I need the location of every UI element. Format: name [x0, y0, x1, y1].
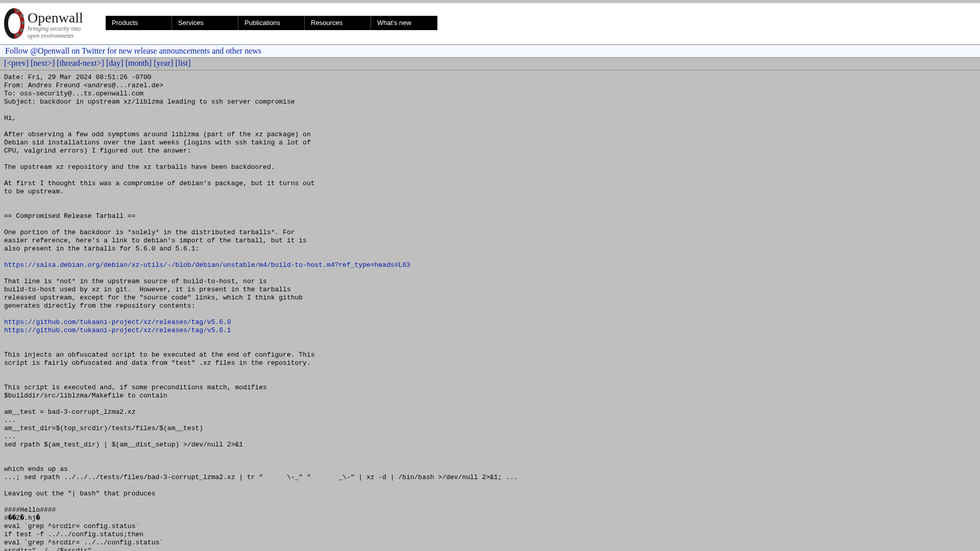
openwall-logo[interactable]: Openwall bringing security into open env…: [3, 5, 99, 43]
link-github-561[interactable]: https://github.com/tukaani-project/xz/re…: [4, 327, 231, 334]
email-message: Date: Fri, 29 Mar 2024 08:51:26 -0700 Fr…: [0, 70, 980, 551]
svg-rect-2: [21, 21, 24, 24]
nav-whats-new[interactable]: What's new: [371, 16, 437, 30]
nav-services[interactable]: Services: [172, 16, 238, 30]
nav-prev[interactable]: [<prev]: [4, 59, 29, 67]
link-github-560[interactable]: https://github.com/tukaani-project/xz/re…: [4, 318, 231, 326]
logo-wordmark: Openwall: [28, 10, 83, 26]
nav-thread-next[interactable]: [thread-next>]: [57, 59, 104, 67]
email-headers: Date: Fri, 29 Mar 2024 08:51:26 -0700 Fr…: [4, 73, 295, 106]
site-header: Openwall bringing security into open env…: [0, 3, 980, 45]
svg-rect-1: [20, 14, 23, 17]
link-salsa-debian[interactable]: https://salsa.debian.org/debian/xz-utils…: [4, 261, 410, 269]
nav-month[interactable]: [month]: [126, 59, 152, 67]
primary-nav: Products Services Publications Resources…: [106, 16, 437, 30]
thread-nav: [<prev] [next>] [thread-next>] [day] [mo…: [0, 58, 980, 70]
nav-resources[interactable]: Resources: [305, 16, 371, 30]
email-body-1: Hi, After observing a few odd symptoms a…: [4, 114, 315, 253]
nav-list[interactable]: [list]: [175, 59, 190, 67]
twitter-follow-link[interactable]: Follow @Openwall on Twitter for new rele…: [5, 46, 261, 55]
nav-products[interactable]: Products: [106, 16, 172, 30]
email-pre: Date: Fri, 29 Mar 2024 08:51:26 -0700 Fr…: [4, 73, 976, 551]
nav-next[interactable]: [next>]: [31, 59, 55, 67]
logo-tagline-1: bringing security into: [28, 25, 81, 32]
svg-rect-0: [16, 9, 19, 12]
email-body-2: That line is *not* in the upstream sourc…: [4, 278, 303, 310]
nav-day[interactable]: [day]: [106, 59, 124, 67]
logo-tagline-2: open environments: [28, 32, 74, 39]
svg-rect-4: [16, 34, 19, 37]
nav-publications[interactable]: Publications: [238, 16, 305, 30]
email-body-3: This injects an obfuscated script to be …: [4, 351, 518, 551]
twitter-banner: Follow @Openwall on Twitter for new rele…: [0, 45, 980, 58]
nav-year[interactable]: [year]: [154, 59, 173, 67]
svg-rect-3: [20, 29, 23, 32]
